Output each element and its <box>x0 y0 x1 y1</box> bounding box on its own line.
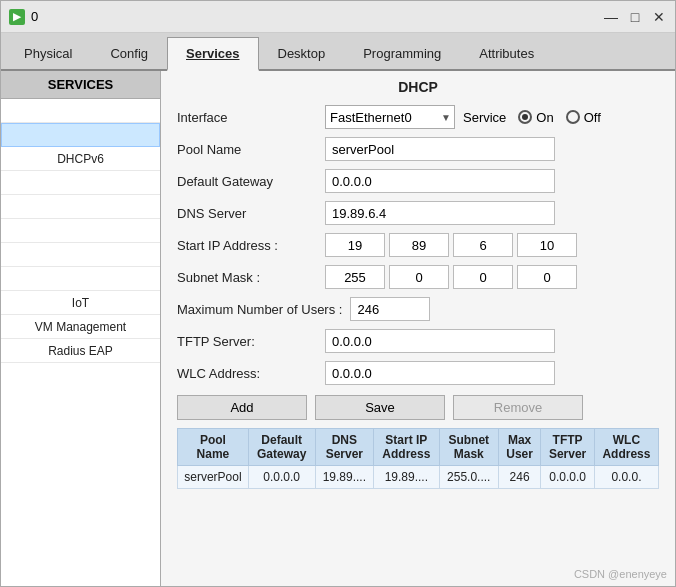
table-cell: 0.0.0. <box>594 466 658 489</box>
sidebar-item-5[interactable] <box>1 219 160 243</box>
table-cell: 246 <box>498 466 540 489</box>
table-header: Default Gateway <box>248 429 315 466</box>
interface-select[interactable]: FastEthernet0 <box>325 105 455 129</box>
default-gateway-input[interactable] <box>325 169 555 193</box>
pool-name-row: Pool Name <box>177 137 659 161</box>
sidebar-item-1[interactable] <box>1 123 160 147</box>
sidebar-list: DHCPv6IoTVM ManagementRadius EAP <box>1 99 160 587</box>
table-header: WLC Address <box>594 429 658 466</box>
maximize-button[interactable]: □ <box>627 9 643 25</box>
service-on-label: On <box>536 110 553 125</box>
interface-select-wrapper[interactable]: FastEthernet0 ▼ <box>325 105 455 129</box>
subnet-octet-0[interactable] <box>325 265 385 289</box>
default-gateway-label: Default Gateway <box>177 174 317 189</box>
table-header: Subnet Mask <box>439 429 498 466</box>
sidebar-item-3[interactable] <box>1 171 160 195</box>
start-ip-row: Start IP Address : <box>177 233 659 257</box>
sidebar-item-6[interactable] <box>1 243 160 267</box>
content-area: DHCP Interface FastEthernet0 ▼ Service O… <box>161 71 675 587</box>
tab-programming[interactable]: Programming <box>344 37 460 69</box>
sidebar-item-0[interactable] <box>1 99 160 123</box>
remove-button[interactable]: Remove <box>453 395 583 420</box>
section-title: DHCP <box>177 79 659 95</box>
subnet-mask-row: Subnet Mask : <box>177 265 659 289</box>
sidebar-header: SERVICES <box>1 71 160 99</box>
table-cell: 255.0.... <box>439 466 498 489</box>
subnet-mask-label: Subnet Mask : <box>177 270 317 285</box>
title-bar-title: 0 <box>31 9 603 24</box>
table-header: Pool Name <box>178 429 249 466</box>
sidebar-item-10[interactable]: Radius EAP <box>1 339 160 363</box>
interface-row: Interface FastEthernet0 ▼ Service On Off <box>177 105 659 129</box>
title-bar-controls: — □ ✕ <box>603 9 667 25</box>
button-row: Add Save Remove <box>177 395 659 420</box>
tab-bar: PhysicalConfigServicesDesktopProgramming… <box>1 33 675 71</box>
table-header: Max User <box>498 429 540 466</box>
start-ip-octet-0[interactable] <box>325 233 385 257</box>
service-off-radio[interactable]: Off <box>566 110 601 125</box>
service-label: Service <box>463 110 506 125</box>
start-ip-octet-2[interactable] <box>453 233 513 257</box>
dns-server-input[interactable] <box>325 201 555 225</box>
table-cell: serverPool <box>178 466 249 489</box>
max-users-label: Maximum Number of Users : <box>177 302 342 317</box>
tab-services[interactable]: Services <box>167 37 259 71</box>
pool-name-input[interactable] <box>325 137 555 161</box>
dhcp-table: Pool NameDefault GatewayDNS ServerStart … <box>177 428 659 489</box>
subnet-octet-1[interactable] <box>389 265 449 289</box>
radio-on-circle <box>518 110 532 124</box>
tab-attributes[interactable]: Attributes <box>460 37 553 69</box>
sidebar-item-2[interactable]: DHCPv6 <box>1 147 160 171</box>
app-icon: ▶ <box>9 9 25 25</box>
wlc-label: WLC Address: <box>177 366 317 381</box>
start-ip-inputs <box>325 233 577 257</box>
tab-physical[interactable]: Physical <box>5 37 91 69</box>
start-ip-octet-1[interactable] <box>389 233 449 257</box>
table-cell: 19.89.... <box>374 466 439 489</box>
start-ip-label: Start IP Address : <box>177 238 317 253</box>
title-bar: ▶ 0 — □ ✕ <box>1 1 675 33</box>
tftp-input[interactable] <box>325 329 555 353</box>
table-cell: 0.0.0.0 <box>541 466 595 489</box>
service-off-label: Off <box>584 110 601 125</box>
add-button[interactable]: Add <box>177 395 307 420</box>
sidebar-item-9[interactable]: VM Management <box>1 315 160 339</box>
subnet-mask-inputs <box>325 265 577 289</box>
radio-off-circle <box>566 110 580 124</box>
data-table-container: Pool NameDefault GatewayDNS ServerStart … <box>177 428 659 489</box>
wlc-row: WLC Address: <box>177 361 659 385</box>
start-ip-octet-3[interactable] <box>517 233 577 257</box>
close-button[interactable]: ✕ <box>651 9 667 25</box>
table-header: DNS Server <box>315 429 374 466</box>
max-users-row: Maximum Number of Users : <box>177 297 659 321</box>
sidebar-item-4[interactable] <box>1 195 160 219</box>
service-group: Service On Off <box>463 110 601 125</box>
table-header: TFTP Server <box>541 429 595 466</box>
dns-server-row: DNS Server <box>177 201 659 225</box>
tftp-label: TFTP Server: <box>177 334 317 349</box>
tab-desktop[interactable]: Desktop <box>259 37 345 69</box>
table-header: Start IP Address <box>374 429 439 466</box>
tftp-row: TFTP Server: <box>177 329 659 353</box>
sidebar-item-8[interactable]: IoT <box>1 291 160 315</box>
table-cell: 0.0.0.0 <box>248 466 315 489</box>
save-button[interactable]: Save <box>315 395 445 420</box>
wlc-input[interactable] <box>325 361 555 385</box>
service-on-radio[interactable]: On <box>518 110 553 125</box>
table-cell: 19.89.... <box>315 466 374 489</box>
main-area: SERVICES DHCPv6IoTVM ManagementRadius EA… <box>1 71 675 587</box>
default-gateway-row: Default Gateway <box>177 169 659 193</box>
table-row[interactable]: serverPool0.0.0.019.89....19.89....255.0… <box>178 466 659 489</box>
dns-server-label: DNS Server <box>177 206 317 221</box>
sidebar: SERVICES DHCPv6IoTVM ManagementRadius EA… <box>1 71 161 587</box>
interface-label: Interface <box>177 110 317 125</box>
subnet-octet-3[interactable] <box>517 265 577 289</box>
subnet-octet-2[interactable] <box>453 265 513 289</box>
minimize-button[interactable]: — <box>603 9 619 25</box>
watermark: CSDN @enenyeye <box>574 568 667 580</box>
max-users-input[interactable] <box>350 297 430 321</box>
pool-name-label: Pool Name <box>177 142 317 157</box>
tab-config[interactable]: Config <box>91 37 167 69</box>
sidebar-item-7[interactable] <box>1 267 160 291</box>
